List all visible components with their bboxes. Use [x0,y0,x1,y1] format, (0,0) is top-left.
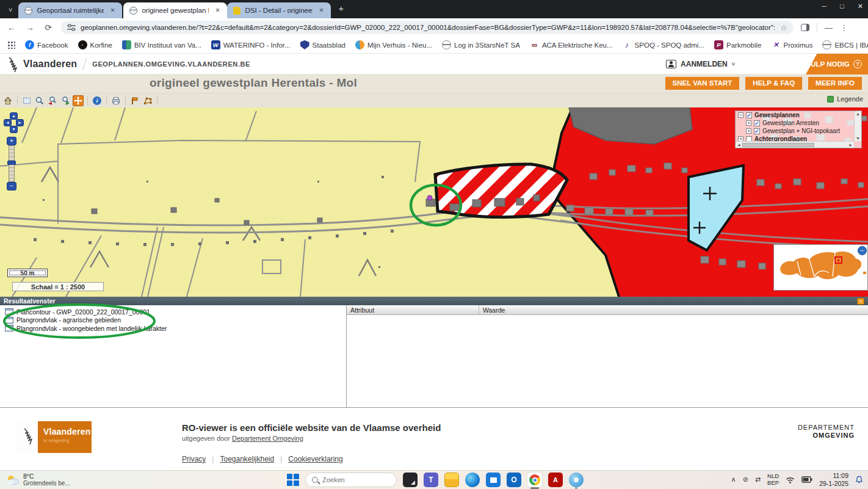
language-indicator[interactable]: NLDBEP [767,473,779,487]
legend-horizontal-scrollbar[interactable]: ◄ ► [736,141,854,148]
side-panel-icon[interactable] [801,24,809,31]
app-edge[interactable] [465,473,480,487]
legend-vertical-scrollbar[interactable]: ▲ ▼ [854,111,861,141]
zoom-next-button[interactable] [60,95,71,106]
bookmark-staatsblad[interactable]: Staatsblad [300,40,345,49]
bookmark-3starsnet[interactable]: Log in 3StarsNeT SA [442,40,520,49]
app-outlook[interactable]: O [507,473,521,487]
cookieverklaring-link[interactable]: Cookieverklaring [288,455,342,463]
tab-close-icon[interactable]: × [317,6,325,15]
tab-gewestplan-active[interactable]: origineel gewestplan Herentals × [123,2,227,18]
checkbox-checked[interactable]: ✓ [754,128,760,134]
app-teams[interactable]: T [424,473,438,487]
url-field[interactable]: geoplannen.omgeving.vlaanderen.be/?t=22&… [61,21,794,34]
app-chrome-active[interactable] [527,473,542,487]
result-plancontour[interactable]: Plancontour - GWP_02000_222_00017_00001 [0,308,346,316]
window-close-button[interactable]: ✕ [858,2,863,10]
tab-close-icon[interactable]: × [213,6,222,15]
tab-search-chevron-icon[interactable]: ˅ [9,6,12,13]
bookmark-aca[interactable]: ∞ACA Elektrische Keu... [530,40,613,49]
zoom-track[interactable] [9,145,15,182]
notifications-bell-icon[interactable] [855,476,863,484]
reload-icon[interactable]: ⟳ [43,23,54,32]
select-extent-button[interactable] [21,95,32,106]
apps-grid-icon[interactable] [7,41,15,49]
measure-area-button[interactable] [142,95,153,106]
window-maximize-button[interactable]: □ [840,2,844,10]
scroll-up-icon[interactable]: ▲ [856,112,860,116]
zoom-thumb[interactable] [7,161,16,165]
bookmark-facebook[interactable]: fFacebook [25,40,68,49]
print-button[interactable] [110,95,121,106]
checkbox-checked[interactable]: ✓ [754,120,760,126]
zoom-full-button[interactable] [34,95,45,106]
app-file-explorer[interactable] [444,473,459,487]
bookmark-mijn-verhuis[interactable]: Mijn Verhuis - Nieu... [355,40,432,49]
bookmark-parkmobile[interactable]: PParkmobile [714,40,762,49]
pan-right-button[interactable]: ► [16,119,24,126]
bookmark-waterinfo[interactable]: WWATERINFO - Infor... [211,40,291,49]
site-name[interactable]: GEOPLANNEN.OMGEVING.VLAANDEREN.BE [92,60,250,68]
zoom-in-button[interactable]: + [7,137,16,145]
profile-chip[interactable]: — [825,23,833,32]
vlaanderen-footer-logo[interactable]: Vlaanderen is omgeving [17,421,92,453]
departement-omgeving-link[interactable]: Departement Omgeving [232,435,303,442]
layer-gewestplan-arresten[interactable]: + ✓ Gewestplan Arresten [736,119,861,127]
battery-icon[interactable] [801,476,812,483]
start-button[interactable] [287,474,299,486]
wifi-icon[interactable] [786,476,795,484]
result-agrarisch[interactable]: Plangrondvlak - agrarische gebieden [0,316,346,325]
tab-geoportaal[interactable]: Geoportaal ruimtelijke plannen × [18,2,122,18]
window-minimize-button[interactable]: ─ [822,2,826,10]
meer-info-button[interactable]: MEER INFO [808,77,862,90]
bookmark-star-icon[interactable]: ☆ [780,23,787,32]
taskbar-search[interactable] [305,473,397,487]
bookmark-korfine[interactable]: ◦Korfine [78,40,112,49]
tab-close-icon[interactable]: × [108,6,117,15]
search-input[interactable] [322,476,383,484]
tray-overflow-icon[interactable]: ∧ [731,476,736,484]
bookmark-ebcs[interactable]: EBCS | IBAN Calcula... [822,40,868,49]
forward-icon[interactable]: → [24,23,35,32]
toegankelijkheid-link[interactable]: Toegankelijkheid [220,455,274,463]
layer-group-gewestplannen[interactable]: − ✓ Gewestplannen [736,111,861,119]
result-woongebied[interactable]: Plangrondvlak - woongebieden met landeli… [0,324,346,333]
pan-tool-button[interactable] [73,95,84,106]
scroll-left-icon[interactable]: ◄ [737,143,741,147]
bookmark-biv[interactable]: BIV Instituut van Va... [122,40,201,49]
results-collapse-button[interactable]: ˅ [857,298,864,305]
app-acrobat[interactable]: A [548,473,563,487]
collapse-icon[interactable]: − [738,112,743,118]
new-tab-button[interactable]: + [338,3,344,13]
bookmark-spoq[interactable]: ♪SPOQ - SPOQ admi... [623,40,704,49]
column-waarde[interactable]: Waarde [479,305,505,314]
zoom-out-button[interactable]: − [7,182,16,190]
snel-van-start-button[interactable]: SNEL VAN START [665,77,740,90]
legende-button[interactable]: Legende [827,95,863,103]
help-faq-button[interactable]: HELP & FAQ [745,77,802,90]
overview-map[interactable]: − [773,244,868,291]
site-settings-icon[interactable] [67,24,76,31]
privacy-link[interactable]: Privacy [182,455,206,463]
scroll-right-icon[interactable]: ► [848,143,853,147]
map-viewport[interactable]: ▲ ◄ ► ▼ + − − ✓ Gewestplannen + ✓ Gewest… [0,107,868,297]
scroll-down-icon[interactable]: ▼ [856,136,860,140]
home-extent-button[interactable] [2,95,13,106]
zoom-previous-button[interactable] [47,95,58,106]
browser-menu-icon[interactable]: ⋮ [840,23,848,32]
column-attribuut[interactable]: Attribuut [347,305,479,314]
measure-distance-button[interactable] [129,95,140,106]
overview-collapse-button[interactable]: − [858,246,867,255]
clock[interactable]: 11:0929-1-2025 [819,472,848,487]
login-button[interactable]: AANMELDEN ˅ [666,54,735,74]
tray-blocked-icon[interactable]: ⊘ [743,476,748,484]
app-microsoft-store[interactable] [486,473,501,487]
scroll-thumb[interactable] [742,143,814,147]
brand-name[interactable]: Vlaanderen [23,59,77,70]
back-icon[interactable]: ← [6,23,17,32]
expand-icon[interactable]: + [746,128,751,134]
layer-gewestplan-ngi[interactable]: + ✓ Gewestplan + NGI-topokaart [736,127,861,135]
tab-dsi-detail[interactable]: DSI - Detail - origineel gewestp × [227,2,331,18]
tray-sync-icon[interactable]: ⇄ [755,476,761,484]
app-blue-circle[interactable] [569,473,584,487]
